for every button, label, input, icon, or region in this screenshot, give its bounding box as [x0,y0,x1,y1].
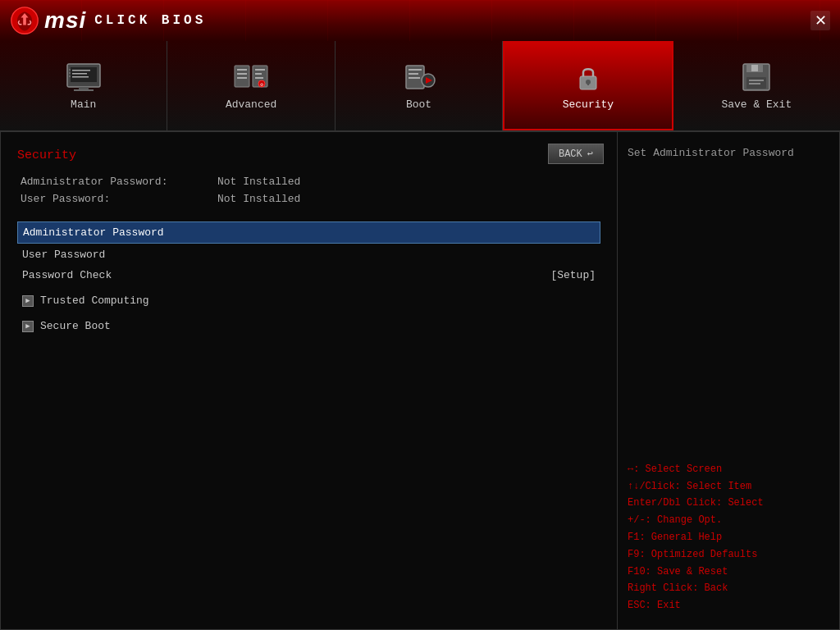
tab-main-label: Main [71,98,96,111]
admin-password-info: Administrator Password: Not Installed [21,176,600,188]
menu-item-user-password[interactable]: User Password [17,245,600,264]
svg-rect-9 [79,87,89,89]
svg-text:⚙: ⚙ [260,82,263,88]
tab-boot[interactable]: Boot [336,41,503,130]
menu-item-admin-password[interactable]: Administrator Password [17,221,600,244]
svg-rect-14 [237,73,247,75]
save-exit-tab-icon [737,61,776,94]
svg-rect-22 [409,69,422,71]
menu-item-trusted-computing[interactable]: ▶ Trusted Computing [17,291,600,310]
msi-logo-text: msi [44,7,86,34]
menu-item-secure-boot[interactable]: ▶ Secure Boot [17,317,600,336]
user-password-info: User Password: Not Installed [21,193,600,205]
logo-area: msi CLICK BIOS [10,6,206,35]
user-password-value: Not Installed [217,193,300,205]
shortcut-change-opt: +/-: Change Opt. [628,514,829,527]
svg-rect-11 [235,66,249,87]
tab-save-exit[interactable]: Save & Exit [673,41,840,130]
user-password-label: User Password: [21,193,201,205]
right-panel: Set Administrator Password ↔: Select Scr… [618,132,839,629]
close-button[interactable]: ✕ [810,11,830,30]
svg-rect-24 [409,77,420,79]
svg-rect-3 [69,69,71,71]
shortcut-f10: F10: Save & Reset [628,565,829,579]
shortcut-select-screen: ↔: Select Screen [628,463,829,477]
shortcut-f9: F9: Optimized Defaults [628,548,829,562]
tab-security[interactable]: Security [503,41,673,130]
svg-rect-23 [409,73,418,75]
boot-tab-icon [399,61,439,94]
admin-password-value: Not Installed [217,176,300,188]
tab-security-label: Security [563,98,614,111]
svg-rect-28 [587,82,589,85]
tab-advanced[interactable]: ⚙ Advanced [167,41,335,130]
admin-password-label: Administrator Password: [21,176,201,188]
secure-boot-arrow-icon: ▶ [22,321,34,332]
left-panel: BACK ↩ Security Administrator Password: … [1,132,618,629]
svg-rect-31 [751,65,758,71]
svg-rect-7 [72,73,87,75]
tab-save-exit-label: Save & Exit [721,98,792,111]
svg-rect-5 [69,75,71,77]
svg-rect-8 [72,76,89,78]
section-title: Security [17,148,600,162]
tab-main[interactable]: Main [0,41,167,130]
shortcut-right-click: Right Click: Back [628,582,829,596]
shortcut-list: ↔: Select Screen ↑↓/Click: Select Item E… [628,463,829,616]
trusted-computing-arrow-icon: ▶ [22,295,34,307]
svg-rect-33 [749,80,764,81]
advanced-tab-icon: ⚙ [231,61,271,94]
svg-rect-34 [749,83,760,84]
shortcut-f1: F1: General Help [628,531,829,545]
svg-rect-2 [71,67,97,82]
shortcut-esc: ESC: Exit [628,599,829,613]
help-text: Set Administrator Password [628,145,829,162]
back-button[interactable]: BACK ↩ [548,144,604,164]
nav-bar: Main ⚙ Advanced [0,41,840,131]
tab-boot-label: Boot [406,98,431,111]
shortcut-enter: Enter/Dbl Click: Select [628,496,829,510]
svg-rect-17 [255,73,262,75]
main-content: BACK ↩ Security Administrator Password: … [0,131,840,630]
svg-rect-13 [237,69,247,71]
bios-subtitle: CLICK BIOS [94,13,206,28]
shortcut-select-item: ↑↓/Click: Select Item [628,480,829,494]
menu-items: Administrator Password User Password Pas… [17,221,600,336]
svg-rect-18 [255,77,263,79]
main-tab-icon [64,61,103,94]
tab-advanced-label: Advanced [226,98,276,111]
svg-rect-4 [69,72,71,74]
security-tab-icon [568,61,608,94]
info-table: Administrator Password: Not Installed Us… [21,176,600,205]
header: msi CLICK BIOS ✕ [0,0,840,41]
svg-rect-10 [74,89,94,91]
menu-item-password-check[interactable]: Password Check [Setup] [17,266,600,285]
svg-rect-6 [72,70,90,71]
svg-rect-16 [255,69,265,71]
svg-rect-15 [237,77,247,79]
msi-dragon-icon [10,6,39,35]
